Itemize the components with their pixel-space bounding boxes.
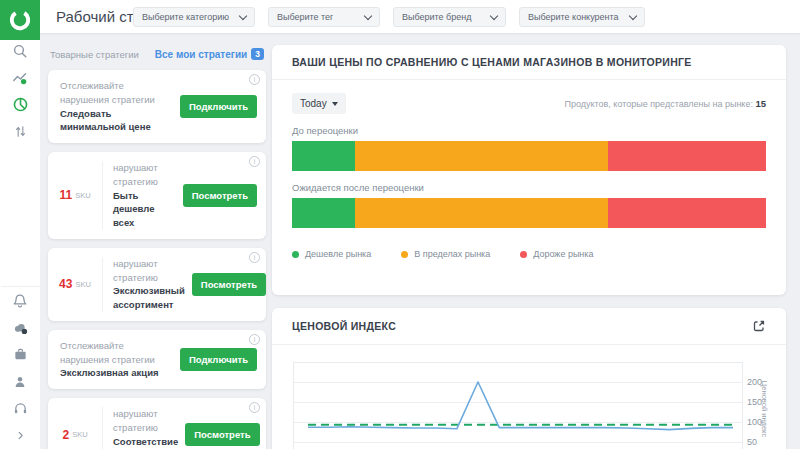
sku-count-number: 11	[59, 188, 72, 202]
filter-bar: Выберите категорию Выберите тег Выберите…	[133, 7, 645, 27]
info-icon[interactable]: i	[249, 402, 260, 413]
price-comparison-panel: ВАШИ ЦЕНЫ ПО СРАВНЕНИЮ С ЦЕНАМИ МАГАЗИНО…	[272, 45, 786, 295]
bell-icon	[12, 293, 28, 309]
sidebar-item-dashboard-active[interactable]	[0, 91, 40, 118]
y-axis-tick: 100	[747, 417, 762, 427]
bar-category-label: Ожидается после переоценки	[292, 182, 766, 193]
competitor-filter-dropdown[interactable]: Выберите конкурента	[519, 7, 645, 27]
price-index-title: ЦЕНОВОЙ ИНДЕКС	[292, 320, 396, 332]
trend-monitoring-icon	[12, 70, 28, 86]
tag-filter-label: Выберите тег	[277, 12, 333, 22]
stacked-bars-chart: До переоценкиОжидается после переоценки	[292, 125, 766, 228]
chevron-down-icon	[364, 12, 372, 20]
connect-button[interactable]: Подключить	[180, 348, 257, 371]
user-icon	[13, 375, 27, 389]
sidebar-item-products[interactable]	[0, 341, 40, 368]
bar-category-label: До переоценки	[292, 125, 766, 136]
brand-ring-icon	[7, 7, 33, 33]
expand-panel-button[interactable]	[752, 319, 766, 333]
legend-dot	[401, 251, 408, 258]
strategy-card: iОтслеживайте нарушения стратегии Следов…	[48, 70, 266, 143]
strategies-panel: Товарные стратегии Все мои стратегии 3 i…	[48, 48, 266, 449]
chevron-down-icon	[490, 12, 498, 20]
strategy-description: Отслеживайте нарушения стратегии Следова…	[60, 79, 180, 134]
price-index-header: ЦЕНОВОЙ ИНДЕКС	[272, 308, 786, 345]
sku-count-number: 43	[59, 277, 72, 291]
period-label: Today	[300, 98, 327, 109]
price-comparison-body: Today Продуктов, которые представлены на…	[272, 80, 786, 259]
view-button[interactable]: Посмотреть	[183, 184, 257, 207]
top-header: Рабочий стол Выберите категорию Выберите…	[0, 0, 800, 33]
badge-dot	[22, 328, 27, 333]
y-axis-tick: 50	[747, 437, 757, 447]
sidebar-item-support[interactable]	[0, 395, 40, 422]
sku-count: 2SKU	[48, 407, 103, 449]
strategy-card: i43SKUнарушают стратегию Эксклюзивный ас…	[48, 248, 266, 321]
period-dropdown[interactable]: Today	[292, 93, 346, 114]
products-on-market-label: Продуктов, которые представлены на рынке…	[564, 98, 766, 109]
sku-unit-label: SKU	[72, 430, 87, 439]
bar-segment[interactable]	[355, 141, 608, 171]
all-strategies-link[interactable]: Все мои стратегии 3	[155, 48, 264, 60]
bar-segment[interactable]	[355, 198, 608, 228]
headset-icon	[13, 401, 28, 416]
chevron-down-icon	[629, 12, 637, 20]
stacked-bar	[292, 198, 766, 228]
bar-segment[interactable]	[292, 198, 355, 228]
sku-unit-label: SKU	[75, 280, 90, 289]
strategy-cards-list: iОтслеживайте нарушения стратегии Следов…	[48, 70, 266, 449]
search-icon	[12, 43, 28, 59]
strategy-description: Отслеживайте нарушения стратегии Эксклюз…	[60, 339, 180, 380]
category-filter-label: Выберите категорию	[142, 12, 229, 22]
legend-label: Дешевле рынка	[305, 249, 371, 259]
legend-item: Дешевле рынка	[292, 249, 371, 259]
strategy-card: i11SKUнарушают стратегию Быть дешевле вс…	[48, 152, 266, 239]
products-count: 15	[755, 98, 766, 109]
legend-label: Дороже рынка	[533, 249, 593, 259]
y-axis-title: Ценовой индекс	[760, 381, 769, 438]
sidebar-collapse-toggle[interactable]	[0, 422, 40, 449]
sidebar-item-notifications[interactable]	[0, 287, 40, 314]
legend-item: Дороже рынка	[520, 249, 593, 259]
info-icon[interactable]: i	[249, 156, 260, 167]
app-logo[interactable]	[0, 0, 40, 40]
briefcase-icon	[13, 347, 28, 362]
info-icon[interactable]: i	[249, 74, 260, 85]
connect-button[interactable]: Подключить	[180, 95, 257, 118]
chart-legend: Дешевле рынкаВ пределах рынкаДороже рынк…	[292, 249, 766, 259]
view-button[interactable]: Посмотреть	[185, 423, 259, 446]
sidebar-item-repricing[interactable]	[0, 118, 40, 145]
stacked-bar	[292, 141, 766, 171]
strategy-description: нарушают стратегию Эксклюзивный ассортим…	[103, 257, 192, 312]
bar-segment[interactable]	[292, 141, 355, 171]
cloud-icon	[12, 320, 28, 336]
all-strategies-label: Все мои стратегии	[155, 49, 247, 60]
bar-segment[interactable]	[608, 141, 766, 171]
caret-down-icon	[332, 102, 338, 106]
sidebar-item-integrations[interactable]	[0, 314, 40, 341]
strategies-header: Товарные стратегии Все мои стратегии 3	[48, 48, 266, 60]
sidebar-item-profile[interactable]	[0, 368, 40, 395]
sidebar-item-monitoring[interactable]	[0, 64, 40, 91]
brand-filter-label: Выберите бренд	[402, 12, 471, 22]
external-link-icon	[752, 319, 766, 333]
bar-segment[interactable]	[608, 198, 766, 228]
info-icon[interactable]: i	[249, 334, 260, 345]
view-button[interactable]: Посмотреть	[192, 273, 266, 296]
chevron-down-icon	[239, 12, 247, 20]
brand-filter-dropdown[interactable]: Выберите бренд	[393, 7, 506, 27]
price-comparison-title: ВАШИ ЦЕНЫ ПО СРАВНЕНИЮ С ЦЕНАМИ МАГАЗИНО…	[292, 56, 692, 68]
strategy-card: i2SKUнарушают стратегию Соответствие с Р…	[48, 398, 266, 449]
strategy-description: нарушают стратегию Быть дешевле всех	[103, 161, 183, 230]
info-icon[interactable]: i	[249, 252, 260, 263]
category-filter-dropdown[interactable]: Выберите категорию	[133, 7, 255, 27]
price-comparison-header: ВАШИ ЦЕНЫ ПО СРАВНЕНИЮ С ЦЕНАМИ МАГАЗИНО…	[272, 45, 786, 80]
price-index-line-chart[interactable]: 20015010050Ценовой индекс	[280, 349, 778, 449]
tag-filter-dropdown[interactable]: Выберите тег	[268, 7, 380, 27]
sidebar-item-search[interactable]	[0, 37, 40, 64]
legend-dot	[520, 251, 527, 258]
pie-dashboard-icon	[12, 96, 29, 113]
strategy-card: iОтслеживайте нарушения стратегии Эксклю…	[48, 330, 266, 389]
sku-count: 43SKU	[48, 257, 103, 312]
y-axis-tick: 150	[747, 397, 762, 407]
